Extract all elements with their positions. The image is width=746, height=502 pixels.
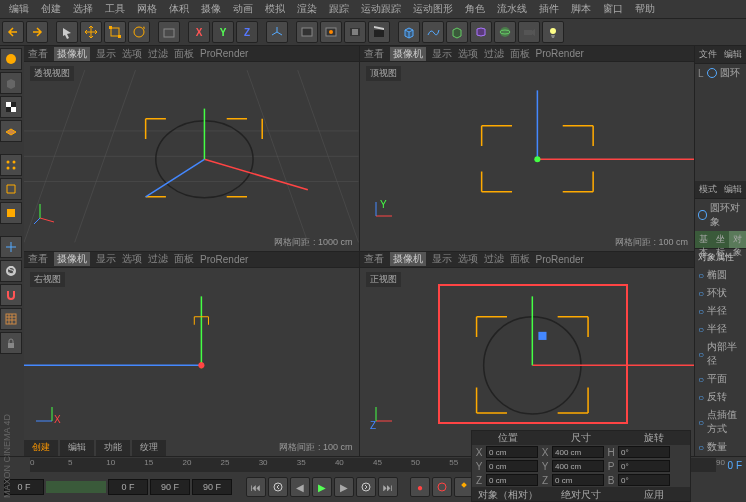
menu-motrack[interactable]: 运动跟踪 [356, 2, 406, 16]
menu-plugins[interactable]: 插件 [534, 2, 564, 16]
viewport-front[interactable]: 查看 摄像机 显示 选项 过滤 面板 ProRender 正视图 Z [360, 252, 695, 457]
texture-mode-button[interactable] [0, 96, 22, 118]
light-button[interactable] [542, 21, 564, 43]
next-frame-button[interactable]: ▶ [334, 477, 354, 497]
vp-menu-prorender[interactable]: ProRender [200, 48, 248, 59]
rot-h-field[interactable] [618, 446, 670, 458]
rot-p-field[interactable] [618, 460, 670, 472]
generator-button[interactable] [446, 21, 468, 43]
viewport-canvas[interactable] [24, 62, 359, 251]
menu-simulate[interactable]: 模拟 [260, 2, 290, 16]
menu-render[interactable]: 渲染 [292, 2, 322, 16]
menu-edit[interactable]: 编辑 [4, 2, 34, 16]
prev-frame-button[interactable]: ◀ [290, 477, 310, 497]
prop-plane[interactable]: ○平面 [695, 370, 746, 388]
tab-create[interactable]: 创建 [24, 440, 58, 456]
render-settings-button[interactable] [344, 21, 366, 43]
model-mode-button[interactable] [0, 72, 22, 94]
polygon-mode-button[interactable] [0, 202, 22, 224]
viewport-top[interactable]: 查看 摄像机 显示 选项 过滤 面板 ProRender 顶视图 Y 网格间距 … [360, 46, 695, 251]
menu-help[interactable]: 帮助 [630, 2, 660, 16]
size-y-field[interactable] [552, 460, 604, 472]
object-entry[interactable]: L 圆环 [695, 64, 746, 82]
prop-ring[interactable]: ○环状 [695, 284, 746, 302]
menu-character[interactable]: 角色 [460, 2, 490, 16]
workplane-button[interactable] [0, 120, 22, 142]
tab-edit[interactable]: 编辑 [60, 440, 94, 456]
record-button[interactable]: ● [410, 477, 430, 497]
tab-function[interactable]: 功能 [96, 440, 130, 456]
vp-menu-camera[interactable]: 摄像机 [54, 47, 90, 61]
pos-y-field[interactable] [486, 460, 538, 472]
enable-axis-button[interactable] [0, 236, 22, 258]
goto-end-button[interactable]: ⏭ [378, 477, 398, 497]
render-region-button[interactable] [320, 21, 342, 43]
primitive-cube-button[interactable] [398, 21, 420, 43]
tab-coord[interactable]: 坐标 [712, 231, 729, 248]
workplane-snap-button[interactable] [0, 308, 22, 330]
environment-button[interactable] [494, 21, 516, 43]
menu-tools[interactable]: 工具 [100, 2, 130, 16]
move-tool[interactable] [80, 21, 102, 43]
menu-animate[interactable]: 动画 [228, 2, 258, 16]
menu-create[interactable]: 创建 [36, 2, 66, 16]
menu-script[interactable]: 脚本 [566, 2, 596, 16]
spline-button[interactable] [422, 21, 444, 43]
axis-z-button[interactable]: Z [236, 21, 258, 43]
menu-camera[interactable]: 摄像 [196, 2, 226, 16]
viewport-right[interactable]: 查看 摄像机 显示 选项 过滤 面板 ProRender 右视图 X 网格间距 [24, 252, 359, 457]
menu-pipeline[interactable]: 流水线 [492, 2, 532, 16]
size-mode-dropdown[interactable]: 绝对尺寸 [545, 487, 618, 501]
autokey-button[interactable] [432, 477, 452, 497]
locked-workplane-button[interactable] [0, 332, 22, 354]
vp-menu-display[interactable]: 显示 [96, 47, 116, 61]
size-x-field[interactable] [552, 446, 604, 458]
menu-mesh[interactable]: 网格 [132, 2, 162, 16]
vp-menu-options[interactable]: 选项 [122, 47, 142, 61]
end-frame-field[interactable] [192, 479, 232, 495]
history-button[interactable] [158, 21, 180, 43]
redo-button[interactable] [26, 21, 48, 43]
render-view-button[interactable] [296, 21, 318, 43]
tab-edit2[interactable]: 编辑 [721, 181, 747, 198]
axis-y-button[interactable]: Y [212, 21, 234, 43]
prop-inner[interactable]: ○内部半径 [695, 338, 746, 370]
range-end-field[interactable] [150, 479, 190, 495]
size-z-field[interactable] [552, 474, 604, 486]
prop-reverse[interactable]: ○反转 [695, 388, 746, 406]
snap-button[interactable] [0, 284, 22, 306]
tab-file[interactable]: 文件 [695, 46, 721, 63]
rot-b-field[interactable] [618, 474, 670, 486]
coord-system-button[interactable] [266, 21, 288, 43]
menu-track[interactable]: 跟踪 [324, 2, 354, 16]
apply-button[interactable]: 应用 [617, 487, 690, 501]
vp-menu-panel[interactable]: 面板 [174, 47, 194, 61]
prop-count[interactable]: ○数量 [695, 438, 746, 456]
undo-button[interactable] [2, 21, 24, 43]
menu-select[interactable]: 选择 [68, 2, 98, 16]
prop-radius[interactable]: ○半径 [695, 302, 746, 320]
menu-mograph[interactable]: 运动图形 [408, 2, 458, 16]
prop-radius2[interactable]: ○半径 [695, 320, 746, 338]
clapboard-icon[interactable] [368, 21, 390, 43]
edge-mode-button[interactable] [0, 178, 22, 200]
tab-mode[interactable]: 模式 [695, 181, 721, 198]
vp-menu-filter[interactable]: 过滤 [148, 47, 168, 61]
menu-volume[interactable]: 体积 [164, 2, 194, 16]
prev-key-button[interactable] [268, 477, 288, 497]
rotate-tool[interactable] [128, 21, 150, 43]
tab-object[interactable]: 对象 [729, 231, 746, 248]
pos-z-field[interactable] [486, 474, 538, 486]
deformer-button[interactable] [470, 21, 492, 43]
menu-window[interactable]: 窗口 [598, 2, 628, 16]
goto-start-button[interactable]: ⏮ [246, 477, 266, 497]
tab-basic[interactable]: 基本 [695, 231, 712, 248]
scale-tool[interactable] [104, 21, 126, 43]
prop-interp[interactable]: ○点插值方式 [695, 406, 746, 438]
pos-x-field[interactable] [486, 446, 538, 458]
viewport-solo-button[interactable]: S [0, 260, 22, 282]
point-mode-button[interactable] [0, 154, 22, 176]
tab-texture[interactable]: 纹理 [132, 440, 166, 456]
axis-x-button[interactable]: X [188, 21, 210, 43]
play-button[interactable]: ▶ [312, 477, 332, 497]
